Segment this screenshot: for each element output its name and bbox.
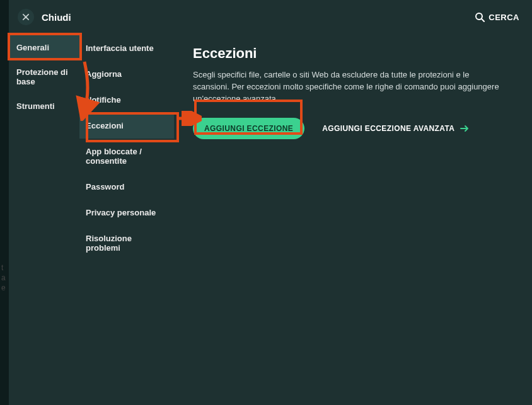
arrow-right-icon bbox=[460, 123, 470, 134]
sub-app-bloccate-consentite[interactable]: App bloccate / consentite bbox=[79, 139, 174, 174]
page-description: Scegli specifici file, cartelle o siti W… bbox=[193, 69, 502, 105]
category-strumenti[interactable]: Strumenti bbox=[9, 94, 79, 118]
category-column: Generali Protezione di base Strumenti bbox=[9, 31, 79, 405]
close-icon[interactable] bbox=[18, 9, 34, 25]
sub-risoluzione-problemi[interactable]: Risoluzione problemi bbox=[79, 225, 174, 261]
search-label: CERCA bbox=[489, 13, 519, 22]
bg-ghost-text: t bbox=[1, 263, 3, 272]
sub-password[interactable]: Password bbox=[79, 174, 174, 200]
bg-ghost-text: e bbox=[1, 283, 6, 292]
sub-aggiorna[interactable]: Aggiorna bbox=[79, 61, 174, 87]
settings-body: Generali Protezione di base Strumenti In… bbox=[9, 31, 532, 405]
settings-panel: Chiudi CERCA Generali Protezione di base… bbox=[9, 0, 532, 405]
category-protezione-di-base[interactable]: Protezione di base bbox=[9, 60, 79, 94]
close-label: Chiudi bbox=[42, 12, 71, 23]
sub-eccezioni[interactable]: Eccezioni bbox=[79, 113, 174, 139]
svg-line-1 bbox=[482, 19, 484, 21]
subcategory-column: Interfaccia utente Aggiorna Notifiche Ec… bbox=[79, 31, 174, 405]
add-advanced-exception-label: AGGIUNGI ECCEZIONE AVANZATA bbox=[322, 124, 454, 133]
add-exception-button[interactable]: AGGIUNGI ECCEZIONE bbox=[193, 118, 304, 139]
category-generali[interactable]: Generali bbox=[9, 35, 79, 60]
button-row: AGGIUNGI ECCEZIONE AGGIUNGI ECCEZIONE AV… bbox=[193, 118, 513, 139]
search-button[interactable]: CERCA bbox=[475, 12, 519, 22]
close-group[interactable]: Chiudi bbox=[18, 9, 71, 25]
content-area: Eccezioni Scegli specifici file, cartell… bbox=[174, 31, 532, 405]
search-icon bbox=[475, 12, 485, 22]
top-bar: Chiudi CERCA bbox=[9, 0, 532, 31]
sub-privacy-personale[interactable]: Privacy personale bbox=[79, 200, 174, 225]
add-advanced-exception-button[interactable]: AGGIUNGI ECCEZIONE AVANZATA bbox=[322, 123, 470, 134]
sub-notifiche[interactable]: Notifiche bbox=[79, 87, 174, 113]
page-title: Eccezioni bbox=[193, 45, 513, 62]
window-left-strip: t a e bbox=[0, 0, 9, 405]
bg-ghost-text: a bbox=[1, 273, 6, 282]
sub-interfaccia-utente[interactable]: Interfaccia utente bbox=[79, 35, 174, 61]
